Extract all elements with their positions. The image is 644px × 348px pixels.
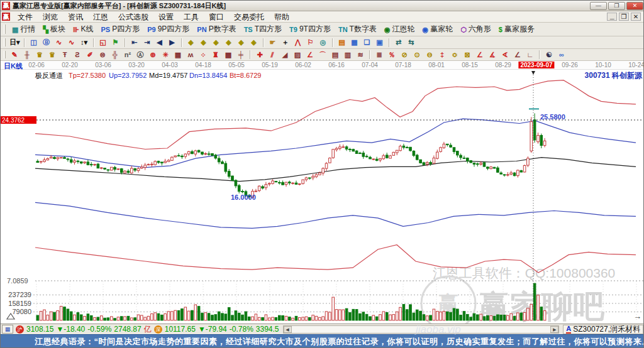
angle-pen-icon[interactable]: ✐ <box>84 50 96 60</box>
angle-up-2-icon[interactable]: ∡ <box>487 50 498 60</box>
note-tool-icon[interactable]: ⚐ <box>305 38 316 48</box>
gann-target-icon[interactable]: ⊕ <box>147 50 158 60</box>
hand-drag-icon[interactable]: ☛ <box>267 38 279 48</box>
triangle-shade-icon[interactable]: ◢ <box>279 50 291 60</box>
angle-down-1-icon[interactable]: ∠ <box>512 50 523 60</box>
y-scale-dropdown-icon[interactable]: ↕▾ <box>79 38 90 48</box>
step-forward-icon[interactable]: ▶ <box>167 38 178 48</box>
sectors-button[interactable]: ▚板块 <box>39 23 69 36</box>
fib-list-icon[interactable]: ≣ <box>374 50 385 60</box>
minimize-button[interactable]: — <box>590 2 607 10</box>
menu-item-3[interactable]: 江恩 <box>88 13 113 21</box>
scroll-left-button[interactable]: ◀ <box>284 326 292 333</box>
time-ruler-icon[interactable]: Ŧ <box>59 50 70 60</box>
hatch-2-icon[interactable]: ╬ <box>109 50 121 60</box>
zoom-left-diamond-icon[interactable]: ◈ <box>186 38 197 48</box>
tick-chart-icon[interactable]: ◫ <box>28 38 40 48</box>
arc-tool-icon[interactable]: ⌒ <box>317 50 328 60</box>
star-burst-icon[interactable]: ✳ <box>160 50 171 60</box>
infinity-icon[interactable]: ∞ <box>556 50 567 60</box>
maximize-button[interactable]: ❐ <box>608 2 625 10</box>
parallel-tool-icon[interactable]: ≋ <box>355 50 366 60</box>
net-sync-icon[interactable]: ⇆ <box>406 38 417 48</box>
goto-last-icon[interactable]: ⇥ <box>142 38 153 48</box>
dot-column-icon[interactable]: ⁘ <box>197 50 209 60</box>
pencil-icon[interactable]: ✎ <box>9 50 20 60</box>
net-send-icon[interactable]: ⇄ <box>393 38 404 48</box>
kline-big-icon[interactable]: ∿ <box>66 38 77 48</box>
menu-item-8[interactable]: 交易委托 <box>229 13 269 21</box>
menu-item-1[interactable]: 浏览 <box>38 13 63 21</box>
gann-box-gold-icon[interactable]: ♛ <box>47 50 58 60</box>
angle-up-3-icon[interactable]: ∢ <box>499 50 511 60</box>
menu-item-7[interactable]: 窗口 <box>204 13 229 21</box>
percent-tool-icon[interactable]: ％ <box>386 50 397 60</box>
gann-wheel-button[interactable]: ◉江恩轮 <box>380 23 419 36</box>
market-grid-button[interactable]: ▦ <box>2 325 13 334</box>
menu-item-9[interactable]: 帮助 <box>269 13 294 21</box>
close-button[interactable]: ✕ <box>626 2 643 10</box>
t-square-button[interactable]: TST四方形 <box>240 23 286 36</box>
t-table-button[interactable]: TNT数字表 <box>335 23 380 36</box>
flag-grid-icon[interactable]: ♜ <box>210 50 221 60</box>
gann-hatch-icon[interactable]: ╫ <box>21 50 33 60</box>
angle-up-1-icon[interactable]: ∠ <box>474 50 486 60</box>
quotes-button[interactable]: ▦行情 <box>8 23 39 36</box>
calculator-icon[interactable]: ▦ <box>349 38 360 48</box>
hexagon-button[interactable]: ⬡六角形 <box>457 23 495 36</box>
winner-wheel-button[interactable]: ◉赢家轮 <box>419 23 457 36</box>
zoom-right-diamond-icon[interactable]: ◈ <box>198 38 209 48</box>
menu-item-4[interactable]: 公式选股 <box>113 13 153 21</box>
menu-item-5[interactable]: 设置 <box>153 13 179 21</box>
gold-line-icon[interactable]: ⊠ <box>462 50 473 60</box>
menu-item-6[interactable]: 工具 <box>179 13 204 21</box>
horizontal-scrollbar[interactable]: ◀ ▶ <box>283 325 560 334</box>
zoom-out-diamond-icon[interactable]: ◈ <box>223 38 235 48</box>
wave-mark-icon[interactable]: ʍ <box>185 50 196 60</box>
fit-all-diamond-icon[interactable]: ◈ <box>248 38 260 48</box>
text-label-icon[interactable]: Ⓐ <box>135 50 146 60</box>
step-back-icon[interactable]: ◀ <box>154 38 165 48</box>
grid-fine-icon[interactable]: ▤ <box>330 50 341 60</box>
yinyang-icon[interactable]: ☯ <box>543 50 555 60</box>
crosshair-icon[interactable]: ＋ <box>280 38 291 48</box>
gold-section-icon[interactable]: ⊘ <box>399 50 410 60</box>
menu-item-0[interactable]: 文件 <box>13 13 38 21</box>
fit-width-diamond-icon[interactable]: ◈ <box>236 38 247 48</box>
menu-item-2[interactable]: 资讯 <box>63 13 88 21</box>
gann-rays-icon[interactable]: ✚ <box>254 50 265 60</box>
balance-tool-icon[interactable]: ≎ <box>449 50 460 60</box>
tick-marks-icon[interactable]: ╪ <box>235 50 247 60</box>
matrix-box-icon[interactable]: ▩ <box>223 50 234 60</box>
window-layout-icon[interactable]: ❏ <box>362 38 373 48</box>
gann-fan-gold-icon[interactable]: ♛ <box>34 50 45 60</box>
gold-circle-icon[interactable]: ⊙ <box>411 50 423 60</box>
save-layout-icon[interactable]: ▣ <box>374 38 386 48</box>
spiral-tool-icon[interactable]: ◎ <box>318 38 329 48</box>
zoom-in-diamond-icon[interactable]: ◈ <box>211 38 222 48</box>
price-grid-icon[interactable]: ▦ <box>172 50 184 60</box>
polyline-tool-icon[interactable]: ⋀ <box>292 38 304 48</box>
grid-coarse-icon[interactable]: ▥ <box>342 50 353 60</box>
mdi-restore-button[interactable]: ❐ <box>619 13 629 21</box>
calendar-icon[interactable]: ▤ <box>336 38 348 48</box>
fan-lines-icon[interactable]: ⫽ <box>267 50 278 60</box>
board-chart-icon[interactable]: Ⓑ <box>41 38 52 48</box>
9p-square-button[interactable]: P99P四方形 <box>143 23 193 36</box>
scroll-right-button[interactable]: ▶ <box>550 326 558 333</box>
pan-right-arrow-icon[interactable]: → <box>633 312 641 321</box>
9t-square-button[interactable]: T99T四方形 <box>286 23 335 36</box>
kline-button[interactable]: ⊪K线 <box>69 23 97 36</box>
p-square-button[interactable]: PSP四方形 <box>97 23 143 36</box>
angle-tool-icon[interactable]: ∠ <box>304 50 316 60</box>
anchor-tool-icon[interactable]: ‡ <box>436 50 448 60</box>
box-shade-icon[interactable]: ▨ <box>292 50 303 60</box>
stock-selector[interactable]: A SZ300727,润禾材料 <box>563 325 643 334</box>
chart-area[interactable]: 23723915815979080江恩工具软件：QQ:100800360赢赢家聊… <box>1 70 644 324</box>
cycle-tool-icon[interactable]: Ƨ <box>72 50 83 60</box>
angle-down-2-icon[interactable]: ∟ <box>525 50 536 60</box>
mdi-close-button[interactable]: ✕ <box>631 13 641 21</box>
p-table-button[interactable]: PNP数字表 <box>193 23 240 36</box>
scrollbar-track[interactable] <box>292 326 551 333</box>
winner-service-button[interactable]: $赢家服务 <box>495 23 538 36</box>
